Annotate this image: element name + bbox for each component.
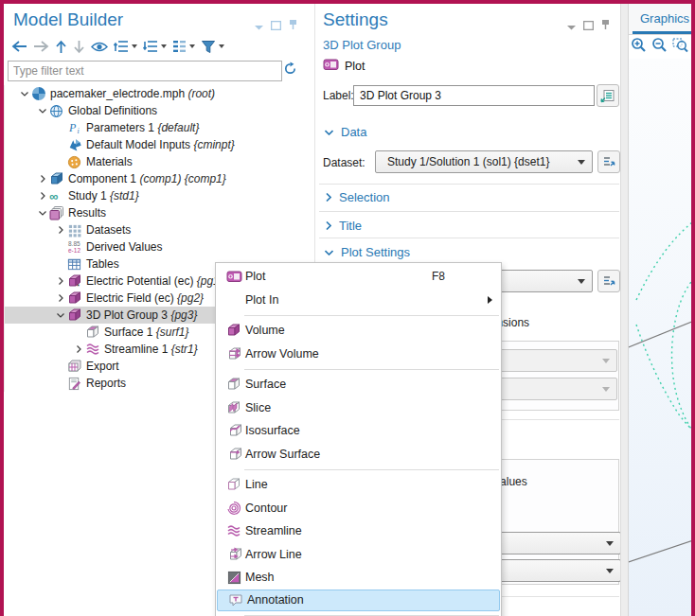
show-eye-icon[interactable] xyxy=(91,41,108,53)
tree-item-derived-values[interactable]: 8.85e-12Derived Values xyxy=(5,238,306,255)
go-to-source-button[interactable] xyxy=(597,150,620,173)
arrow-volume-icon xyxy=(223,346,245,361)
tree-item-study-1[interactable]: ∞Study 1 {std1} xyxy=(5,187,306,204)
section-selection[interactable]: Selection xyxy=(326,190,389,204)
expand-list-icon[interactable] xyxy=(114,40,137,53)
menu-item-label: Arrow Line xyxy=(245,548,302,561)
menu-item-surface[interactable]: Surface xyxy=(216,373,501,396)
filter-row xyxy=(8,61,305,83)
expander-open-icon[interactable] xyxy=(36,211,49,216)
filter-input[interactable] xyxy=(8,61,282,81)
submenu-arrow-icon xyxy=(488,296,492,304)
tree-item-label: Electric Potential (ec) {pg1} xyxy=(86,274,223,288)
line-icon xyxy=(223,477,245,492)
tree-item-label: pacemaker_electrode.mph (root) xyxy=(50,87,215,100)
menu-item-isosurface[interactable]: Isosurface xyxy=(216,419,501,443)
menu-item-line[interactable]: Line xyxy=(216,473,501,497)
zoom-box-icon[interactable] xyxy=(672,37,688,57)
pin-icon[interactable] xyxy=(601,17,610,34)
filter-funnel-icon[interactable] xyxy=(201,40,224,54)
tree-item-parameters-1[interactable]: PiParameters 1 {default} xyxy=(5,119,306,136)
menu-item-slice[interactable]: Slice xyxy=(216,396,501,420)
zoom-in-icon[interactable] xyxy=(631,37,647,57)
menu-item-arrow-volume[interactable]: Arrow Volume xyxy=(216,343,501,366)
expander-closed-icon[interactable] xyxy=(54,277,67,285)
menu-item-plot[interactable]: PlotF8 xyxy=(216,265,501,289)
menu-item-contour[interactable]: Contour xyxy=(216,497,501,520)
menu-separator xyxy=(244,315,499,316)
move-up-icon[interactable] xyxy=(55,40,67,54)
tree-item-materials[interactable]: Materials xyxy=(5,153,306,170)
settings-window-controls xyxy=(567,17,610,34)
menu-item-label: Arrow Volume xyxy=(245,347,319,361)
expander-open-icon[interactable] xyxy=(36,109,49,114)
menu-shortcut: F8 xyxy=(432,270,445,283)
model-builder-title: Model Builder xyxy=(13,9,123,30)
derived-values-icon: 8.85e-12 xyxy=(67,239,86,255)
dropdown-caret-icon[interactable] xyxy=(255,17,263,34)
materials-icon xyxy=(67,155,86,169)
caret-down-icon xyxy=(219,44,224,48)
model-tree-node-icon[interactable] xyxy=(172,40,195,53)
menu-item-arrow-line[interactable]: Arrow Line xyxy=(216,543,501,567)
tree-item-component-1[interactable]: Component 1 (comp1) {comp1} xyxy=(5,170,306,187)
settings-title: Settings xyxy=(323,9,388,30)
expander-open-icon[interactable] xyxy=(54,313,67,318)
graphics-viewport[interactable] xyxy=(629,59,695,616)
plot-group-3d-star-icon: * xyxy=(67,290,86,306)
tab-graphics[interactable]: Graphics xyxy=(640,11,689,26)
refresh-icon[interactable] xyxy=(283,62,297,79)
forward-arrow-icon[interactable] xyxy=(33,40,49,53)
tree-item-label: 3D Plot Group 3 {pg3} xyxy=(86,308,197,322)
plot-icon xyxy=(223,269,245,284)
panel-splitter[interactable] xyxy=(620,4,629,616)
tree-item-default-model-inputs[interactable]: Default Model Inputs {cminpt} xyxy=(5,136,306,153)
zoom-out-icon[interactable] xyxy=(651,37,668,57)
section-title[interactable]: Title xyxy=(326,219,362,233)
rename-button[interactable] xyxy=(597,84,619,107)
slice-icon xyxy=(223,400,245,415)
tree-item-label: Datasets xyxy=(86,223,131,237)
arrow-line-icon xyxy=(223,547,245,562)
chevron-right-icon xyxy=(326,221,331,230)
move-down-icon[interactable] xyxy=(73,40,85,54)
back-arrow-icon[interactable] xyxy=(11,40,27,53)
comsol-window: Model Builder pacemaker_electrode.mph (r… xyxy=(0,0,695,616)
menu-item-arrow-surface[interactable]: Arrow Surface xyxy=(216,443,501,466)
menu-item-streamline[interactable]: Streamline xyxy=(216,519,501,543)
menu-item-volume[interactable]: Volume xyxy=(216,319,501,343)
menu-item-label: Plot In xyxy=(245,293,278,307)
expander-open-icon[interactable] xyxy=(18,92,31,97)
graphics-toolbar xyxy=(631,36,688,57)
tree-item-pacemaker-electrode-mph[interactable]: pacemaker_electrode.mph (root) xyxy=(5,85,306,102)
plot-action-button[interactable]: Plot xyxy=(323,57,365,75)
tree-item-datasets[interactable]: Datasets xyxy=(5,221,306,238)
expander-closed-icon[interactable] xyxy=(54,294,67,302)
tree-item-global-definitions[interactable]: Global Definitions xyxy=(5,102,306,119)
expander-closed-icon[interactable] xyxy=(72,345,85,353)
tree-item-label: Default Model Inputs {cminpt} xyxy=(86,138,235,151)
expander-closed-icon[interactable] xyxy=(54,226,67,234)
menu-item-annotation[interactable]: Annotation xyxy=(217,590,500,612)
dataset-select[interactable]: Study 1/Solution 1 (sol1) {dset1} xyxy=(375,150,593,173)
arrow-surface-icon xyxy=(223,447,245,462)
float-window-icon[interactable] xyxy=(583,17,594,34)
expander-closed-icon[interactable] xyxy=(36,175,49,183)
tree-item-results[interactable]: Results xyxy=(5,204,306,221)
section-data[interactable]: Data xyxy=(325,125,366,139)
go-to-source-button[interactable] xyxy=(597,270,620,292)
section-plot-settings[interactable]: Plot Settings xyxy=(325,245,410,259)
pin-icon[interactable] xyxy=(289,17,297,34)
collapse-list-icon[interactable] xyxy=(143,40,167,53)
dropdown-caret-icon[interactable] xyxy=(567,17,576,34)
svg-text:e-12: e-12 xyxy=(68,247,80,254)
tree-item-label: Materials xyxy=(86,155,133,168)
label-input[interactable] xyxy=(353,85,595,106)
svg-text:∞: ∞ xyxy=(49,189,58,203)
model-builder-toolbar xyxy=(11,36,230,57)
float-window-icon[interactable] xyxy=(271,17,281,34)
export-icon xyxy=(67,359,86,374)
expander-closed-icon[interactable] xyxy=(36,192,49,200)
menu-item-mesh[interactable]: Mesh xyxy=(216,566,501,590)
menu-item-plot-in[interactable]: Plot In xyxy=(216,289,501,312)
